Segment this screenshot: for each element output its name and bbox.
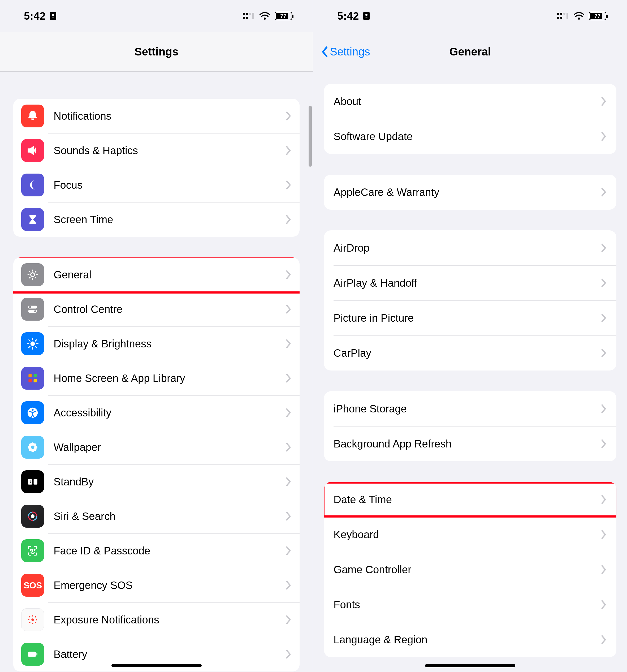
row-emergency-sos[interactable]: SOSEmergency SOS bbox=[13, 568, 299, 602]
chevron-right-icon bbox=[286, 649, 292, 659]
row-applecare[interactable]: AppleCare & Warranty bbox=[324, 175, 617, 210]
chevron-right-icon bbox=[286, 580, 292, 590]
svg-rect-18 bbox=[34, 379, 37, 382]
chevron-right-icon bbox=[601, 635, 607, 644]
row-label: Exposure Notifications bbox=[54, 614, 286, 626]
svg-rect-7 bbox=[252, 13, 254, 19]
status-time: 5:42 bbox=[24, 10, 46, 22]
sos-icon: SOS bbox=[21, 574, 44, 597]
navbar: Settings bbox=[0, 32, 313, 72]
row-home-screen[interactable]: Home Screen & App Library bbox=[13, 361, 299, 395]
general-section: AirDropAirPlay & HandoffPicture in Pictu… bbox=[324, 231, 617, 370]
svg-point-20 bbox=[31, 409, 33, 411]
row-about[interactable]: About bbox=[324, 84, 617, 119]
svg-point-11 bbox=[29, 306, 31, 308]
grid-icon bbox=[21, 367, 44, 390]
row-notifications[interactable]: Notifications bbox=[13, 99, 299, 133]
chevron-right-icon bbox=[286, 305, 292, 314]
battery-indicator: 77 bbox=[589, 12, 606, 20]
row-label: Siri & Search bbox=[54, 510, 286, 522]
accessibility-icon bbox=[21, 401, 44, 424]
gear-icon bbox=[21, 263, 44, 286]
row-airplay-handoff[interactable]: AirPlay & Handoff bbox=[324, 265, 617, 301]
chevron-right-icon bbox=[601, 565, 607, 574]
row-background-app-refresh[interactable]: Background App Refresh bbox=[324, 426, 617, 461]
settings-section: GeneralControl CentreDisplay & Brightnes… bbox=[13, 258, 299, 671]
row-label: AppleCare & Warranty bbox=[334, 186, 601, 198]
chevron-right-icon bbox=[601, 439, 607, 449]
row-label: Keyboard bbox=[334, 529, 601, 541]
general-section: AboutSoftware Update bbox=[324, 84, 617, 154]
row-label: Picture in Picture bbox=[334, 312, 601, 324]
row-picture-in-picture[interactable]: Picture in Picture bbox=[324, 301, 617, 335]
row-label: Date & Time bbox=[334, 494, 601, 506]
exposure-icon bbox=[21, 608, 44, 631]
chevron-right-icon bbox=[601, 313, 607, 323]
chevron-right-icon bbox=[286, 374, 292, 383]
status-time: 5:42 bbox=[337, 10, 359, 22]
row-label: Battery bbox=[54, 648, 286, 660]
row-date-time[interactable]: Date & Time bbox=[324, 482, 617, 517]
row-standby[interactable]: StandBy bbox=[13, 464, 299, 499]
svg-point-39 bbox=[32, 623, 33, 624]
row-control-centre[interactable]: Control Centre bbox=[13, 292, 299, 327]
row-face-id[interactable]: Face ID & Passcode bbox=[13, 533, 299, 568]
row-siri-search[interactable]: Siri & Search bbox=[13, 499, 299, 533]
row-focus[interactable]: Focus bbox=[13, 168, 299, 202]
battery-icon bbox=[21, 643, 44, 666]
clock-widget-icon bbox=[21, 470, 44, 493]
chevron-right-icon bbox=[286, 442, 292, 452]
back-button[interactable]: Settings bbox=[321, 45, 370, 58]
person-card-icon bbox=[363, 11, 370, 20]
row-label: CarPlay bbox=[334, 347, 601, 359]
row-display-brightness[interactable]: Display & Brightness bbox=[13, 327, 299, 361]
svg-point-41 bbox=[36, 619, 37, 621]
row-iphone-storage[interactable]: iPhone Storage bbox=[324, 391, 617, 426]
row-software-update[interactable]: Software Update bbox=[324, 119, 617, 154]
row-screen-time[interactable]: Screen Time bbox=[13, 202, 299, 237]
home-indicator[interactable] bbox=[112, 664, 202, 667]
svg-point-6 bbox=[246, 17, 248, 19]
chevron-right-icon bbox=[286, 408, 292, 417]
scroll-thumb[interactable] bbox=[309, 105, 312, 167]
row-exposure-notifications[interactable]: Exposure Notifications bbox=[13, 602, 299, 637]
row-label: Focus bbox=[54, 179, 286, 191]
row-wallpaper[interactable]: Wallpaper bbox=[13, 430, 299, 464]
svg-point-2 bbox=[243, 13, 245, 15]
svg-point-40 bbox=[28, 619, 29, 621]
row-general[interactable]: General bbox=[13, 258, 299, 292]
chevron-left-icon bbox=[321, 46, 328, 57]
general-section: AppleCare & Warranty bbox=[324, 175, 617, 210]
svg-rect-16 bbox=[34, 374, 37, 377]
row-game-controller[interactable]: Game Controller bbox=[324, 552, 617, 587]
row-label: Control Centre bbox=[54, 303, 286, 315]
row-sounds-haptics[interactable]: Sounds & Haptics bbox=[13, 133, 299, 168]
hourglass-icon bbox=[21, 208, 44, 231]
row-airdrop[interactable]: AirDrop bbox=[324, 231, 617, 265]
row-label: Screen Time bbox=[54, 214, 286, 225]
svg-point-1 bbox=[52, 14, 54, 16]
svg-point-4 bbox=[249, 13, 251, 15]
row-label: iPhone Storage bbox=[334, 403, 601, 415]
general-section: iPhone StorageBackground App Refresh bbox=[324, 391, 617, 461]
row-carplay[interactable]: CarPlay bbox=[324, 335, 617, 370]
svg-point-3 bbox=[246, 13, 248, 15]
chevron-right-icon bbox=[286, 339, 292, 349]
svg-rect-55 bbox=[566, 13, 568, 19]
svg-point-54 bbox=[560, 17, 562, 19]
row-fonts[interactable]: Fonts bbox=[324, 587, 617, 622]
svg-point-36 bbox=[34, 549, 35, 550]
chevron-right-icon bbox=[601, 495, 607, 504]
wifi-icon bbox=[259, 12, 270, 20]
row-language-region[interactable]: Language & Region bbox=[324, 622, 617, 657]
home-indicator[interactable] bbox=[425, 664, 515, 667]
svg-rect-31 bbox=[34, 479, 38, 485]
svg-point-52 bbox=[563, 13, 565, 15]
row-accessibility[interactable]: Accessibility bbox=[13, 395, 299, 430]
svg-rect-17 bbox=[28, 379, 31, 382]
row-label: Wallpaper bbox=[54, 441, 286, 453]
row-label: Background App Refresh bbox=[334, 438, 601, 450]
page-title: Settings bbox=[135, 45, 178, 58]
row-keyboard[interactable]: Keyboard bbox=[324, 517, 617, 552]
row-label: Accessibility bbox=[54, 407, 286, 419]
